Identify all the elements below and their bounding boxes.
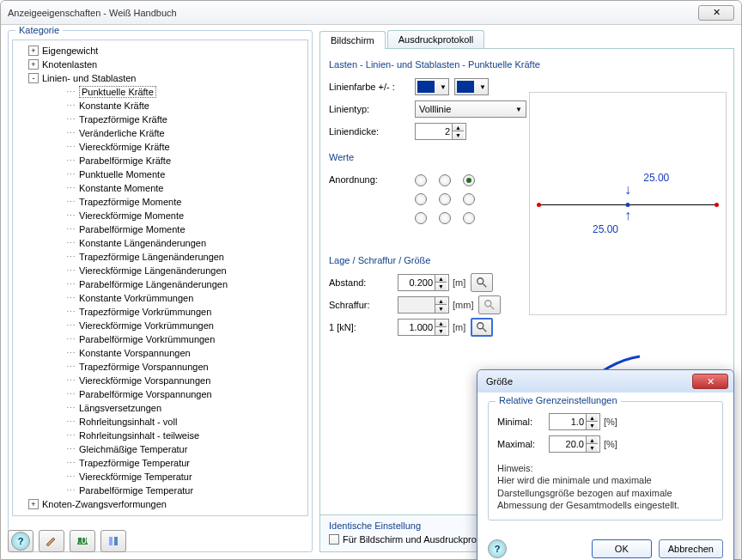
tree-item[interactable]: ⋯Viereckförmige Kräfte	[15, 140, 306, 154]
window-close-button[interactable]: ✕	[698, 5, 734, 21]
tree-item[interactable]: ⋯Konstante Vorspannungen	[15, 346, 306, 360]
tree-item[interactable]: ⋯Parabelförmige Momente	[15, 222, 306, 236]
spin-up-icon[interactable]: ▲	[587, 414, 598, 422]
tool-button-4[interactable]	[100, 530, 126, 552]
abstand-spinner[interactable]: ▲▼	[398, 274, 449, 291]
spin-down-icon[interactable]: ▼	[587, 444, 598, 452]
tree-item[interactable]: ⋯Trapezförmige Vorspannungen	[15, 360, 306, 374]
abstand-label: Abstand:	[329, 277, 398, 288]
tree-leaf-icon: ⋯	[66, 169, 74, 180]
tree-item[interactable]: ⋯Parabelförmige Temperatur	[15, 484, 306, 497]
cancel-button[interactable]: Abbrechen	[659, 539, 723, 558]
spin-down-icon[interactable]: ▼	[435, 283, 447, 290]
collapse-icon[interactable]: -	[28, 73, 39, 83]
line-color-minus[interactable]: ▼	[454, 78, 489, 95]
identical-checkbox[interactable]: Für Bildschirm und Ausdruckproto	[329, 534, 484, 545]
anordnung-radio[interactable]	[463, 193, 475, 205]
line-type-dropdown[interactable]: Volllinie▼	[415, 100, 526, 118]
tree-item[interactable]: ⋯Parabelförmige Längenänderungen	[15, 277, 306, 291]
tree-item[interactable]: ⋯Parabelförmige Vorspannungen	[15, 387, 306, 401]
tab-screen[interactable]: Bildschirm	[319, 31, 386, 49]
tree-item[interactable]: ⋯Trapezförmige Kräfte	[15, 113, 306, 126]
expand-icon[interactable]: +	[28, 59, 39, 70]
spin-down-icon[interactable]: ▼	[587, 422, 598, 429]
anordnung-radio[interactable]	[463, 212, 475, 224]
ok-button[interactable]: OK	[592, 539, 652, 558]
kn-tool-button[interactable]	[471, 318, 493, 337]
tree-item[interactable]: ⋯Gleichmäßige Temperatur	[15, 442, 306, 456]
tree-item[interactable]: ⋯Rohrleitungsinhalt - voll	[15, 415, 306, 429]
anordnung-radio[interactable]	[439, 174, 451, 186]
kn-spinner[interactable]: ▲▼	[398, 319, 449, 336]
maximal-spinner[interactable]: ▲▼	[549, 435, 600, 453]
tree-item[interactable]: ⋯Rohrleitungsinhalt - teilweise	[15, 429, 306, 442]
anordnung-radio[interactable]	[439, 193, 451, 205]
line-thickness-input[interactable]	[416, 126, 452, 137]
tool-button-2[interactable]	[39, 530, 64, 552]
tree-item[interactable]: ⋯Trapezförmige Vorkrümmungen	[15, 305, 306, 319]
svg-line-1	[483, 283, 486, 287]
tree-leaf-icon: ⋯	[66, 362, 74, 373]
anordnung-radio[interactable]	[439, 212, 451, 224]
tree-item[interactable]: ⋯Viereckförmige Vorspannungen	[15, 374, 306, 387]
tree-item[interactable]: ⋯Parabelförmige Vorkrümmungen	[15, 332, 306, 346]
spin-down-icon[interactable]: ▼	[453, 131, 464, 139]
anordnung-radio[interactable]	[415, 193, 427, 205]
size-dialog-close-button[interactable]: ✕	[692, 374, 728, 389]
tree-item-label: Parabelförmige Längenänderungen	[79, 279, 228, 289]
tree-item[interactable]: ⋯Viereckförmige Vorkrümmungen	[15, 319, 306, 332]
help-button[interactable]: ?	[8, 530, 33, 552]
tool-button-3[interactable]: 0.00	[70, 530, 95, 552]
anordnung-radio[interactable]	[415, 212, 427, 224]
minimal-input[interactable]	[550, 417, 586, 427]
tab-print[interactable]: Ausdruckprotokoll	[387, 30, 484, 48]
schraffur-tool-button[interactable]	[478, 295, 501, 314]
kn-input[interactable]	[398, 322, 435, 332]
tree-item[interactable]: ⋯Punktuelle Momente	[15, 167, 306, 181]
maximal-input[interactable]	[550, 439, 586, 449]
schraffur-spinner[interactable]: ▲▼	[398, 296, 449, 313]
tree-item-label: Punktuelle Kräfte	[79, 86, 156, 98]
abstand-input[interactable]	[398, 277, 435, 288]
anordnung-radio[interactable]	[415, 174, 427, 186]
anordnung-radio[interactable]	[463, 174, 475, 186]
tree-leaf-icon: ⋯	[66, 128, 74, 139]
tree-item[interactable]: +Knoten-Zwangsverformungen	[15, 497, 306, 511]
tree-item[interactable]: ⋯Längsversetzungen	[15, 401, 306, 415]
tree-item[interactable]: ⋯Konstante Längenänderungen	[15, 236, 306, 250]
tree-item[interactable]: ⋯Veränderliche Kräfte	[15, 126, 306, 140]
spin-up-icon[interactable]: ▲	[453, 124, 464, 131]
tree-item[interactable]: ⋯Trapezförmige Momente	[15, 195, 306, 209]
titlebar: Anzeigeeigenschaften - Weiß Handbuch ✕	[1, 1, 741, 25]
line-thickness-spinner[interactable]: ▲▼	[415, 123, 466, 140]
category-tree[interactable]: +Eigengewicht+Knotenlasten-Linien- und S…	[12, 40, 308, 516]
tree-item[interactable]: ⋯Konstante Momente	[15, 181, 306, 195]
minimal-spinner[interactable]: ▲▼	[549, 413, 600, 430]
expand-icon[interactable]: +	[28, 499, 39, 509]
abstand-tool-button[interactable]	[471, 273, 493, 292]
tree-leaf-icon: ⋯	[66, 307, 74, 318]
tree-item[interactable]: ⋯Viereckförmige Längenänderungen	[15, 264, 306, 277]
fieldset-label: Relative Grenzeinstellungen	[496, 395, 621, 405]
tree-item[interactable]: +Knotenlasten	[15, 58, 306, 71]
expand-icon[interactable]: +	[28, 46, 39, 56]
tree-item[interactable]: ⋯Trapezförmige Temperatur	[15, 456, 306, 470]
tree-item[interactable]: ⋯Parabelförmige Kräfte	[15, 154, 306, 167]
tree-item[interactable]: +Eigengewicht	[15, 44, 306, 58]
tree-item[interactable]: ⋯Viereckförmige Temperatur	[15, 470, 306, 484]
preview-value-bottom: 25.00	[593, 223, 618, 235]
tree-item[interactable]: ⋯Punktuelle Kräfte	[15, 85, 306, 99]
tree-item[interactable]: -Linien- und Stablasten	[15, 71, 306, 85]
spin-up-icon[interactable]: ▲	[587, 436, 598, 444]
spin-up-icon[interactable]: ▲	[435, 320, 447, 327]
tree-leaf-icon: ⋯	[66, 403, 74, 414]
tree-item[interactable]: ⋯Viereckförmige Momente	[15, 209, 306, 222]
tree-item[interactable]: ⋯Konstante Kräfte	[15, 99, 306, 113]
line-color-plus[interactable]: ▼	[415, 78, 449, 95]
help-icon[interactable]: ?	[488, 539, 507, 558]
spin-up-icon[interactable]: ▲	[435, 275, 447, 283]
tree-item[interactable]: ⋯Trapezförmige Längenänderungen	[15, 250, 306, 264]
tree-item-label: Konstante Kräfte	[79, 100, 149, 111]
spin-down-icon[interactable]: ▼	[435, 327, 447, 335]
tree-item[interactable]: ⋯Konstante Vorkrümmungen	[15, 291, 306, 305]
